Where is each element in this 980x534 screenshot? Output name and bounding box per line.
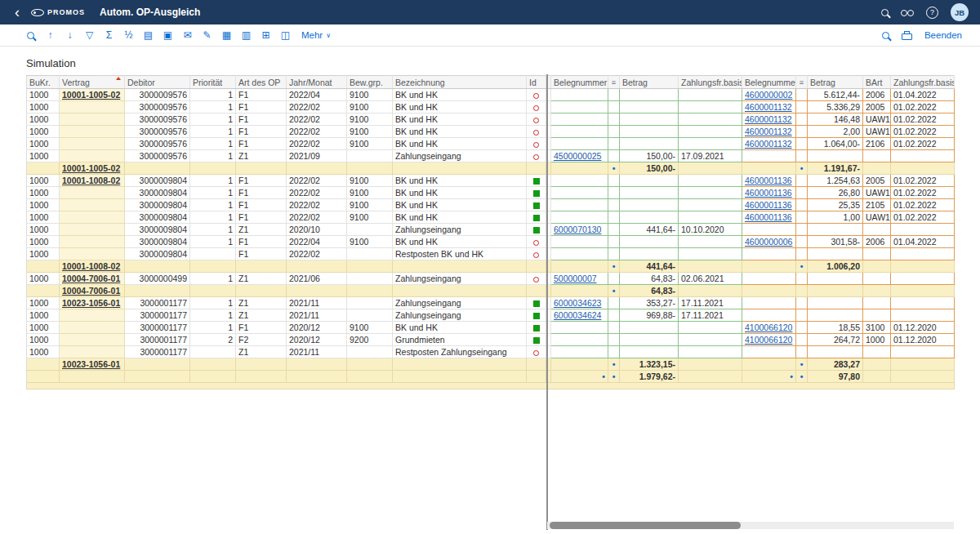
cell-icon-green [608,236,620,248]
col-bart[interactable]: BArt [863,76,891,89]
table-row[interactable]: 100030000095761F12022/029100BK und HK460… [27,101,955,113]
vertrag-link[interactable]: 10023-1056-01 [62,298,120,308]
help-icon[interactable]: ? [926,7,938,19]
cell-jahr-monat: 2021/09 [287,150,347,162]
belegnummer-link[interactable]: 4600001132 [745,102,792,112]
avatar[interactable]: JB [951,3,969,21]
vertrag-link[interactable]: 10001-1008-02 [62,261,120,271]
col-bezeichnung[interactable]: Bezeichnung [393,76,527,89]
table-row[interactable]: 10003000009804F12022/02Restposten BK und… [27,248,955,260]
table-row[interactable]: 100010023-1056-0130000011771Z12021/11Zah… [27,297,955,309]
table-row[interactable]: 100030000011772F22020/129200Grundmieten4… [27,334,955,346]
table-row[interactable]: 100010001-1008-0230000098041F12022/02910… [27,175,955,187]
col-belegnummer-orange[interactable]: Belegnummer [742,76,796,89]
belegnummer-link[interactable]: 4600001132 [745,127,792,136]
col-prioritaet[interactable]: Priorität [190,76,236,89]
table-row[interactable]: 100030000098041F12022/049100BK und HK460… [27,236,955,248]
cell-art-des-op: Z1 [236,346,287,358]
belegnummer-link[interactable]: 500000007 [554,274,597,283]
insert-cells-icon[interactable]: ⊞ [260,27,272,43]
vertrag-link[interactable]: 10023-1056-01 [62,359,120,369]
belegnummer-link[interactable]: 4500000025 [554,151,601,161]
col-id[interactable]: Id [527,76,546,89]
cell-art-des-op [236,371,287,383]
table-row[interactable]: 100030000098041Z12020/10Zahlungseingang6… [27,224,955,236]
table-view-icon[interactable]: ▥ [240,27,252,43]
table-row[interactable]: 100030000011771Z12021/11Zahlungseingang6… [27,309,955,322]
cell-basis-orange: 01.02.2022 [891,126,955,138]
col-icon-orange[interactable]: ≡ [796,76,808,89]
col-icon-green[interactable]: ≡ [608,76,620,89]
vertrag-link[interactable]: 10001-1005-02 [62,163,120,173]
belegnummer-link[interactable]: 4600001132 [745,114,792,124]
cell-bezeichnung [393,371,527,383]
copy-icon[interactable]: ▣ [162,27,174,43]
table-row[interactable]: 100030000011771F12020/129100BK und HK410… [27,322,955,334]
vertrag-link[interactable]: 10001-1005-02 [62,90,120,100]
table-row[interactable]: 10003000001177Z12021/11Restposten Zahlun… [27,346,955,358]
print-icon[interactable] [902,33,912,40]
col-betrag-green[interactable]: Betrag [620,76,679,89]
belegnummer-link[interactable]: 4600001136 [745,200,792,210]
vertrag-link[interactable]: 10004-7006-01 [62,286,120,296]
belegnummer-link[interactable]: 4600000002 [745,90,792,100]
cell-art-des-op: F1 [236,138,287,150]
table-row[interactable]: 100030000095761Z12021/09Zahlungseingang4… [27,150,955,162]
col-jahr-monat[interactable]: Jahr/Monat [287,76,347,89]
belegnummer-link[interactable]: 4600001136 [745,176,792,185]
toolbar-search-icon[interactable] [882,32,889,39]
subtotals-icon[interactable]: ½ [122,27,135,43]
col-debitor[interactable]: Debitor [125,76,190,89]
belegnummer-link[interactable]: 4600001136 [745,212,792,222]
exit-button[interactable]: Beenden [924,30,962,40]
table-row[interactable]: 100030000095761F12022/029100BK und HK460… [27,126,955,138]
cleared-item-icon [533,313,540,319]
binoculars-icon[interactable] [901,8,914,17]
cell-beleg-green: 6000070130 [551,224,608,236]
layout-icon[interactable]: ◫ [279,27,292,43]
belegnummer-link[interactable]: 6000070130 [554,225,601,234]
send-mail-icon[interactable]: ✉ [181,27,194,43]
belegnummer-link[interactable]: 4600000006 [745,237,792,247]
scrollbar-thumb[interactable] [550,522,741,529]
zoom-icon[interactable] [24,32,37,39]
cell-betrag-orange: 5.612,44- [808,89,863,101]
horizontal-scrollbar[interactable] [547,522,954,529]
table-row[interactable]: 100010004-7006-0130000004991Z12021/06Zah… [27,273,955,285]
details-icon[interactable]: ▤ [142,27,154,43]
sort-descending-icon[interactable]: ↓ [64,27,76,43]
back-button[interactable]: ‹ [11,2,23,23]
belegnummer-link[interactable]: 4100066120 [745,323,792,332]
table-row[interactable]: 100030000098041F12022/029100BK und HK460… [27,211,955,224]
col-zahlungsfr-basis-orange[interactable]: Zahlungsfr.basis [891,76,955,89]
sum-icon[interactable]: Σ [103,27,115,43]
table-row[interactable]: 100010001-1005-0230000095761F12022/04910… [27,89,955,101]
cell-debitor: 3000001177 [125,346,190,358]
col-bew-grp[interactable]: Bew.grp. [347,76,393,89]
table-row[interactable]: 100030000098041F12022/029100BK und HK460… [27,187,955,199]
belegnummer-link[interactable]: 4100066120 [745,335,792,345]
calendar-icon[interactable]: ▦ [220,27,233,43]
col-vertrag[interactable]: Vertrag [60,76,125,89]
vertrag-link[interactable]: 10001-1008-02 [62,176,120,185]
table-row[interactable]: 100030000098041F12022/029100BK und HK460… [27,199,955,211]
col-betrag-orange[interactable]: Betrag [808,76,863,89]
more-button[interactable]: Mehr ∨ [301,30,331,40]
col-bukr[interactable]: BuKr. [27,76,60,89]
belegnummer-link[interactable]: 6000034623 [554,298,601,308]
col-zahlungsfr-basis-green[interactable]: Zahlungsfr.basis [679,76,742,89]
search-icon[interactable] [881,9,889,16]
open-item-icon [533,252,539,258]
vertrag-link[interactable]: 10004-7006-01 [62,274,120,283]
cell-betrag-green [620,89,679,101]
belegnummer-link[interactable]: 6000034624 [554,310,601,320]
filter-icon[interactable]: ▽ [83,27,96,43]
sort-ascending-icon[interactable]: ↑ [44,27,56,43]
col-belegnummer-green[interactable]: Belegnummer [551,76,608,89]
belegnummer-link[interactable]: 4600001136 [745,188,792,198]
table-row[interactable]: 100030000095761F12022/029100BK und HK460… [27,113,955,126]
col-art-des-op[interactable]: Art des OP [236,76,287,89]
belegnummer-link[interactable]: 4600001132 [745,139,792,149]
edit-icon[interactable]: ✎ [201,27,213,43]
table-row[interactable]: 100030000095761F12022/029100BK und HK460… [27,138,955,150]
